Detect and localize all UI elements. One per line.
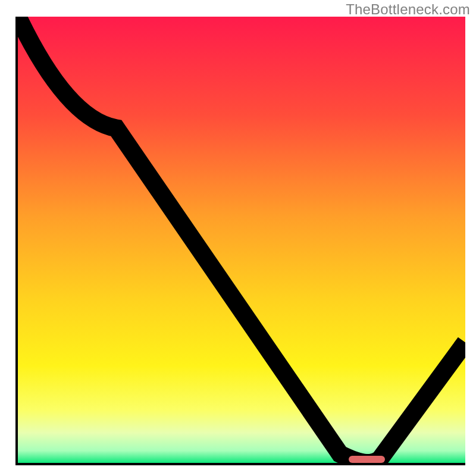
curve-layer — [18, 17, 465, 463]
watermark-text: TheBottleneck.com — [346, 1, 470, 18]
optimal-marker — [349, 456, 384, 463]
bottleneck-curve — [18, 17, 465, 463]
plot-area — [15, 17, 465, 465]
chart-stage: TheBottleneck.com — [0, 0, 476, 476]
